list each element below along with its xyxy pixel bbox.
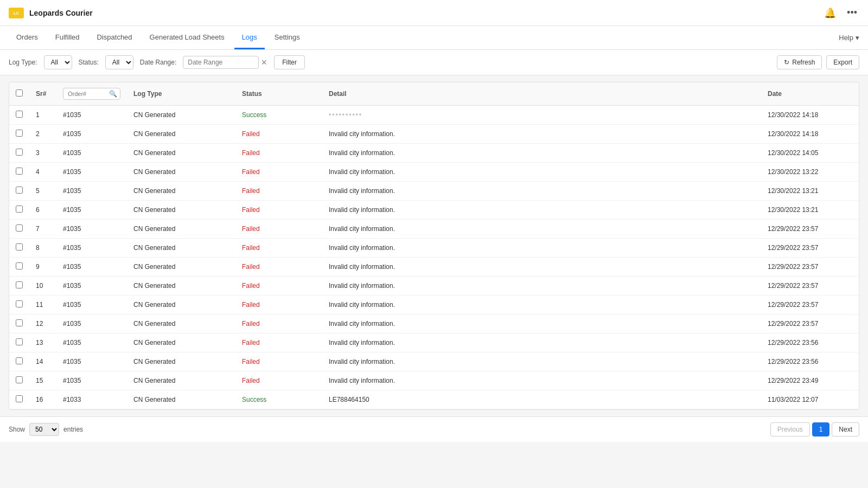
table-row: 10 #1035 CN Generated Failed Invalid cit…	[9, 277, 859, 296]
log-type-label: Log Type:	[9, 59, 37, 66]
row-checkbox-15[interactable]	[16, 395, 23, 402]
row-order: #1035	[56, 296, 127, 314]
svg-text:LC: LC	[14, 11, 20, 16]
help-label: Help	[839, 34, 853, 42]
row-log-type: CN Generated	[127, 201, 235, 220]
row-checkbox-11[interactable]	[16, 319, 23, 326]
order-search-wrapper: 🔍	[63, 88, 120, 100]
row-date: 12/29/2022 23:56	[761, 352, 859, 371]
row-checkbox-9[interactable]	[16, 281, 23, 288]
help-menu[interactable]: Help ▾	[839, 34, 859, 42]
clear-date-button[interactable]: ✕	[261, 58, 267, 67]
filter-button[interactable]: Filter	[274, 55, 305, 69]
row-date: 12/29/2022 23:57	[761, 277, 859, 296]
row-log-type: CN Generated	[127, 296, 235, 314]
next-button[interactable]: Next	[832, 422, 859, 436]
row-checkbox-2[interactable]	[16, 149, 23, 156]
col-log-type: Log Type	[127, 82, 235, 106]
detail-text: Invalid city information.	[329, 130, 395, 138]
refresh-icon: ↻	[784, 59, 789, 66]
row-checkbox-10[interactable]	[16, 300, 23, 307]
row-sr: 6	[29, 201, 56, 220]
row-order: #1035	[56, 125, 127, 144]
row-status: Success	[235, 106, 322, 125]
row-status: Failed	[235, 201, 322, 220]
row-order: #1033	[56, 390, 127, 409]
row-checkbox-4[interactable]	[16, 187, 23, 194]
row-checkbox-cell	[9, 144, 29, 163]
row-detail: Invalid city information.	[322, 201, 761, 220]
notification-icon[interactable]: 🔔	[822, 5, 838, 21]
detail-blurred: ••••••••••	[329, 111, 362, 119]
row-sr: 7	[29, 220, 56, 239]
row-detail: Invalid city information.	[322, 239, 761, 258]
row-status: Failed	[235, 239, 322, 258]
row-date: 12/30/2022 14:18	[761, 106, 859, 125]
tab-generated-load-sheets[interactable]: Generated Load Sheets	[142, 26, 232, 49]
row-sr: 12	[29, 314, 56, 333]
row-status: Failed	[235, 182, 322, 201]
row-checkbox-12[interactable]	[16, 338, 23, 345]
row-checkbox-6[interactable]	[16, 224, 23, 232]
row-date: 12/29/2022 23:57	[761, 314, 859, 333]
tab-dispatched[interactable]: Dispatched	[90, 26, 140, 49]
tab-orders[interactable]: Orders	[9, 26, 46, 49]
nav-tabs: Orders Fulfilled Dispatched Generated Lo…	[9, 26, 308, 49]
row-date: 12/30/2022 14:18	[761, 125, 859, 144]
row-checkbox-0[interactable]	[16, 111, 23, 118]
date-range-input[interactable]	[183, 56, 259, 69]
logs-table-container: Sr# 🔍 Log Type Status Detail	[9, 82, 859, 410]
row-checkbox-3[interactable]	[16, 168, 23, 175]
entries-select[interactable]: 50 10 25 100	[29, 423, 59, 436]
status-select[interactable]: All	[105, 55, 133, 69]
row-sr: 5	[29, 182, 56, 201]
select-all-checkbox[interactable]	[16, 89, 23, 97]
row-checkbox-cell	[9, 106, 29, 125]
row-date: 12/30/2022 13:21	[761, 201, 859, 220]
row-log-type: CN Generated	[127, 163, 235, 182]
row-status: Failed	[235, 296, 322, 314]
row-checkbox-8[interactable]	[16, 262, 23, 269]
previous-button[interactable]: Previous	[770, 422, 810, 436]
row-checkbox-7[interactable]	[16, 243, 23, 251]
tab-fulfilled[interactable]: Fulfilled	[48, 26, 87, 49]
row-detail: Invalid city information.	[322, 125, 761, 144]
row-date: 12/29/2022 23:57	[761, 258, 859, 277]
row-date: 12/29/2022 23:57	[761, 239, 859, 258]
row-sr: 2	[29, 125, 56, 144]
row-log-type: CN Generated	[127, 333, 235, 352]
row-date: 12/30/2022 14:05	[761, 144, 859, 163]
row-detail: Invalid city information.	[322, 182, 761, 201]
row-checkbox-1[interactable]	[16, 130, 23, 137]
row-sr: 11	[29, 296, 56, 314]
detail-text: Invalid city information.	[329, 377, 395, 384]
log-type-select[interactable]: All	[44, 55, 72, 69]
table-row: 15 #1035 CN Generated Failed Invalid cit…	[9, 371, 859, 390]
page-1-button[interactable]: 1	[812, 422, 830, 436]
detail-text: Invalid city information.	[329, 282, 395, 290]
export-button[interactable]: Export	[826, 55, 859, 69]
col-order: 🔍	[56, 82, 127, 106]
row-status: Failed	[235, 277, 322, 296]
bottom-bar: Show 50 10 25 100 entries Previous 1 Nex…	[0, 416, 868, 442]
col-status: Status	[235, 82, 322, 106]
row-checkbox-14[interactable]	[16, 376, 23, 383]
tab-settings[interactable]: Settings	[267, 26, 308, 49]
row-status: Failed	[235, 352, 322, 371]
row-status: Failed	[235, 125, 322, 144]
row-log-type: CN Generated	[127, 125, 235, 144]
table-row: 13 #1035 CN Generated Failed Invalid cit…	[9, 333, 859, 352]
row-order: #1035	[56, 201, 127, 220]
row-checkbox-13[interactable]	[16, 357, 23, 364]
row-checkbox-5[interactable]	[16, 206, 23, 213]
row-detail: Invalid city information.	[322, 333, 761, 352]
refresh-button[interactable]: ↻ Refresh	[777, 55, 822, 69]
row-order: #1035	[56, 163, 127, 182]
order-search-input[interactable]	[63, 88, 120, 100]
tab-logs[interactable]: Logs	[234, 26, 265, 49]
date-range-wrapper: ✕	[183, 56, 267, 69]
row-detail: ••••••••••	[322, 106, 761, 125]
more-options-icon[interactable]: •••	[845, 5, 859, 21]
col-detail: Detail	[322, 82, 761, 106]
row-status: Failed	[235, 220, 322, 239]
